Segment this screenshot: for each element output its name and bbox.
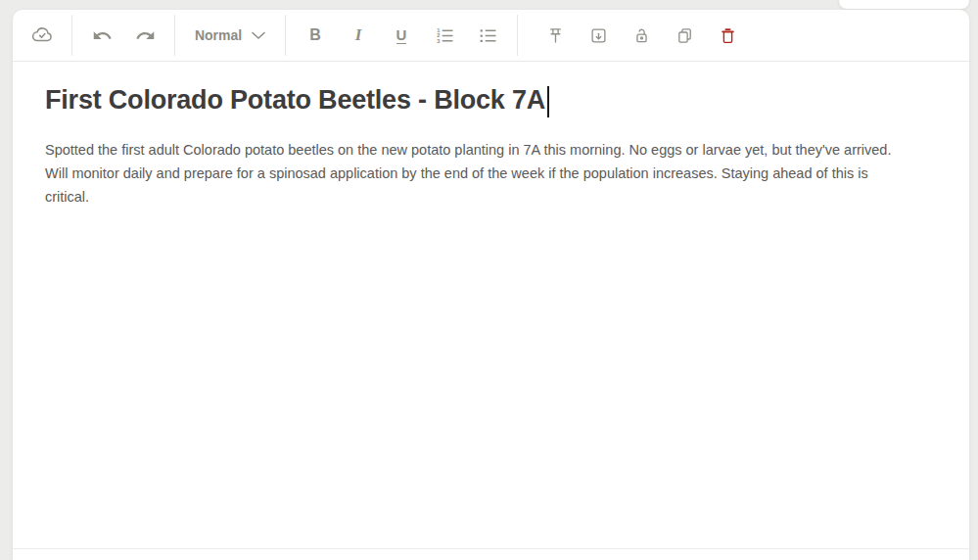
lock-note-button[interactable] (620, 16, 663, 55)
paragraph-style-value: Normal (195, 27, 242, 43)
text-cursor (547, 86, 549, 117)
redo-button[interactable] (123, 16, 166, 55)
note-body-line: Will monitor daily and prepare for a spi… (45, 162, 937, 185)
toolbar-divider (71, 15, 72, 56)
note-body-line: Spotted the first adult Colorado potato … (45, 138, 937, 162)
underline-icon: U (396, 26, 407, 44)
undo-arrow-icon (92, 25, 113, 46)
note-editor-card: Normal B I U 1 (13, 10, 969, 560)
pin-icon (545, 25, 566, 46)
chevron-down-icon (252, 27, 265, 43)
archive-note-button[interactable] (577, 16, 620, 55)
italic-button[interactable]: I (337, 16, 380, 55)
ordered-list-button[interactable]: 1 2 3 (423, 16, 466, 55)
numbered-list-icon: 1 2 3 (435, 25, 455, 46)
italic-icon: I (355, 25, 362, 45)
toolbar-divider (285, 15, 286, 56)
toolbar-divider (174, 15, 175, 56)
card-footer-divider (13, 548, 969, 549)
duplicate-note-button[interactable] (663, 16, 706, 55)
bullet-list-button[interactable] (466, 16, 509, 55)
copy-icon (675, 25, 695, 46)
bold-icon: B (309, 26, 321, 44)
note-body-editor[interactable]: Spotted the first adult Colorado potato … (45, 138, 937, 209)
redo-arrow-icon (135, 25, 156, 46)
pin-note-button[interactable] (534, 16, 577, 55)
sync-status-button[interactable] (21, 16, 64, 55)
unlock-icon (631, 25, 652, 46)
app-background: { "note": { "title": "First Colorado Pot… (0, 0, 978, 560)
svg-text:3: 3 (437, 37, 440, 43)
bullet-list-icon (478, 25, 498, 46)
undo-button[interactable] (80, 16, 123, 55)
note-body-line: critical. (45, 185, 937, 209)
cutoff-panel-top-right[interactable] (838, 0, 970, 10)
note-title-input[interactable]: First Colorado Potato Beetles - Block 7A (45, 82, 545, 117)
paragraph-style-dropdown[interactable]: Normal (183, 16, 277, 55)
delete-note-button[interactable] (706, 16, 749, 55)
editor-toolbar: Normal B I U 1 (13, 10, 969, 62)
cloud-check-icon (30, 23, 54, 47)
underline-button[interactable]: U (380, 16, 423, 55)
trash-icon (718, 25, 738, 46)
archive-icon (588, 25, 609, 46)
bold-button[interactable]: B (294, 16, 337, 55)
note-content-area: First Colorado Potato Beetles - Block 7A… (13, 62, 969, 209)
toolbar-divider (517, 15, 518, 56)
